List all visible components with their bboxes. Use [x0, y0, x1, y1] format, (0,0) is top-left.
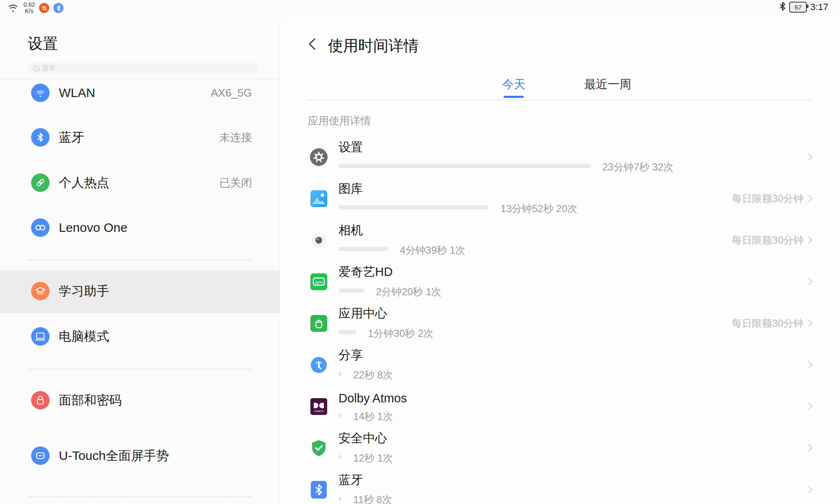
usage-progress-bar [339, 330, 356, 334]
chevron-right-icon [805, 486, 812, 493]
usage-text: 13分钟52秒 20次 [501, 202, 578, 215]
sidebar-item-value: 已关闭 [219, 176, 252, 190]
usage-progress-bar [339, 372, 341, 376]
back-button[interactable] [309, 38, 320, 50]
section-header: 应用使用详情 [308, 114, 371, 128]
app-name: 图库 [339, 181, 363, 197]
clock-time: 3:17 [810, 2, 828, 13]
chevron-right-icon [805, 236, 812, 244]
usage-text: 12秒 1次 [353, 452, 393, 465]
usage-progress-bar [339, 205, 489, 210]
bluetooth-icon [779, 2, 786, 13]
app-name: 安全中心 [339, 430, 387, 447]
sidebar-item-label: 蓝牙 [59, 129, 185, 145]
app-center-bag-icon [310, 314, 328, 333]
app-usage-row[interactable]: iQIYI爱奇艺HD2分钟20秒 1次 [280, 261, 840, 302]
active-tab-underline [504, 96, 524, 98]
sidebar-item-label: 电脑模式 [59, 328, 185, 344]
app-usage-row[interactable]: 分享22秒 8次 [280, 344, 840, 386]
daily-limit-label: 每日限额30分钟 [732, 192, 803, 205]
usage-text: 22秒 8次 [353, 368, 393, 382]
sidebar-item-graduation-cap[interactable]: 学习助手 [0, 269, 280, 313]
laptop-icon [31, 327, 50, 346]
app-name: 应用中心 [339, 305, 387, 322]
wifi-status-icon [8, 2, 18, 14]
lock-icon [31, 391, 50, 410]
chevron-right-icon [805, 194, 812, 202]
network-speed: 0.62 K/s [24, 2, 35, 14]
usage-progress-bar [339, 247, 388, 251]
sidebar-item-bluetooth[interactable]: 蓝牙未连接 [0, 115, 280, 160]
page-title: 使用时间详情 [328, 36, 419, 56]
camera-icon [310, 231, 328, 249]
sidebar-item-wifi[interactable]: WLANAX6_5G [0, 71, 280, 115]
sidebar-section-divider [28, 496, 252, 497]
gallery-icon [310, 189, 328, 208]
bluetooth-notification-icon [53, 3, 63, 13]
svg-text:iQIYI: iQIYI [315, 280, 323, 284]
screenshot-notification-icon [39, 3, 49, 13]
sidebar-item-label: 个人热点 [59, 175, 185, 191]
sidebar-item-value: AX6_5G [211, 87, 252, 100]
iqiyi-icon: iQIYI [310, 273, 328, 291]
usage-progress-bar [339, 496, 341, 501]
status-bar: 0.62 K/s 57 [0, 0, 840, 18]
usage-progress-bar [339, 455, 341, 459]
daily-limit-label: 每日限额30分钟 [732, 317, 803, 330]
app-usage-row[interactable]: ATMOSDolby Atmos14秒 1次 [280, 386, 840, 427]
chevron-right-icon [805, 153, 812, 160]
wifi-icon [31, 84, 50, 102]
chevron-right-icon [805, 444, 812, 452]
app-usage-row[interactable]: 安全中心12秒 1次 [280, 427, 840, 469]
network-speed-value: 0.62 [24, 2, 35, 8]
app-name: 蓝牙 [339, 472, 363, 488]
sidebar-title: 设置 [28, 34, 58, 54]
sidebar-item-value: 未连接 [219, 130, 252, 145]
app-usage-row[interactable]: 设置23分钟7秒 32次 [280, 136, 840, 178]
sidebar-item-utouch-screen[interactable]: U-Touch全面屏手势 [0, 433, 280, 478]
sidebar-section-divider [28, 260, 252, 260]
usage-text: 2分钟20秒 1次 [376, 285, 441, 299]
usage-text: 4分钟39秒 1次 [400, 244, 465, 257]
sidebar-item-label: Lenovo One [59, 220, 185, 236]
sidebar-item-laptop[interactable]: 电脑模式 [0, 314, 280, 359]
share-tap-icon [310, 356, 328, 374]
sidebar-item-label: 面部和密码 [59, 392, 185, 408]
status-right-cluster: 57 3:17 [779, 2, 828, 13]
app-name: 分享 [339, 347, 363, 364]
app-usage-row[interactable]: 蓝牙11秒 8次 [280, 469, 840, 504]
chevron-right-icon [805, 402, 812, 410]
chevron-right-icon [805, 361, 812, 368]
graduation-cap-icon [31, 282, 50, 300]
hotspot-link-icon [31, 173, 50, 192]
usage-text: 23分钟7秒 32次 [602, 160, 673, 174]
daily-limit-label: 每日限额30分钟 [732, 234, 803, 247]
app-usage-row[interactable]: 相机4分钟39秒 1次每日限额30分钟 [280, 219, 840, 261]
usage-progress-bar [339, 413, 341, 417]
sidebar-section-divider [28, 369, 252, 370]
sidebar-item-lock[interactable]: 面部和密码 [0, 378, 280, 423]
chevron-right-icon [805, 278, 812, 285]
bluetooth-square-icon [310, 480, 328, 499]
app-name: 设置 [339, 139, 363, 156]
tabs-divider [307, 100, 811, 100]
security-shield-icon [310, 439, 328, 457]
chevron-right-icon [805, 319, 812, 327]
app-usage-row[interactable]: 应用中心1分钟30秒 2次每日限额30分钟 [280, 302, 840, 344]
app-name: 爱奇艺HD [339, 264, 393, 281]
status-left-cluster: 0.62 K/s [8, 2, 63, 14]
network-speed-unit: K/s [25, 8, 34, 14]
sidebar-item-label: 学习助手 [59, 283, 185, 299]
sidebar-item-infinity[interactable]: Lenovo One [0, 205, 280, 250]
usage-text: 14秒 1次 [353, 410, 393, 423]
tab-last-week[interactable]: 最近一周 [582, 76, 634, 92]
bluetooth-icon [31, 128, 50, 147]
app-name: Dolby Atmos [339, 391, 407, 405]
sidebar-item-hotspot-link[interactable]: 个人热点已关闭 [0, 160, 280, 205]
app-usage-row[interactable]: 图库13分钟52秒 20次每日限额30分钟 [280, 178, 840, 219]
settings-gear-icon [310, 148, 328, 166]
dolby-atmos-icon: ATMOS [310, 397, 328, 416]
usage-progress-bar [339, 289, 364, 293]
tab-today[interactable]: 今天 [500, 76, 528, 92]
battery-level: 57 [795, 4, 802, 11]
